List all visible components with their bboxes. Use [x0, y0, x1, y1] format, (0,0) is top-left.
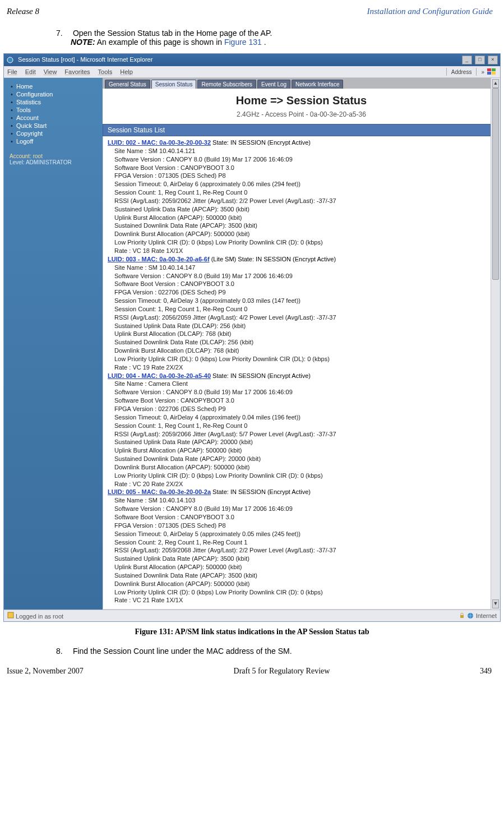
- scroll-up-icon[interactable]: ▲: [492, 79, 499, 88]
- scroll-down-icon[interactable]: ▼: [492, 599, 499, 608]
- footer-left: Issue 2, November 2007: [7, 667, 84, 676]
- session-state: State: IN SESSION (Encrypt Active): [212, 372, 311, 379]
- luid-link[interactable]: LUID: 002 - MAC: 0a-00-3e-20-00-32: [108, 139, 211, 146]
- session-entry: LUID: 003 - MAC: 0a-00-3e-20-a6-6f (Lite…: [108, 255, 495, 372]
- sidebar-item-quick-start[interactable]: Quick Start: [10, 122, 97, 130]
- session-detail-row: Rate : VC 21 Rate 1X/1X: [108, 596, 495, 604]
- sidebar-item-home[interactable]: Home: [10, 82, 97, 90]
- toolbar-arrows[interactable]: »: [481, 69, 484, 75]
- session-entries: LUID: 002 - MAC: 0a-00-3e-20-00-32 State…: [103, 136, 500, 610]
- sidebar-item-configuration[interactable]: Configuration: [10, 90, 97, 98]
- running-header: Release 8 Installation and Configuration…: [0, 0, 504, 20]
- session-detail-row: Sustained Uplink Data Rate (DLCAP): 256 …: [108, 322, 495, 330]
- sidebar-item-account[interactable]: Account: [10, 114, 97, 122]
- status-icon: [7, 612, 14, 619]
- menu-edit[interactable]: Edit: [25, 68, 36, 75]
- svg-rect-3: [487, 72, 491, 75]
- session-detail-row: Sustained Downlink Data Rate (APCAP): 35…: [108, 571, 495, 580]
- session-detail-row: Uplink Burst Allocation (APCAP): 500000 …: [108, 446, 495, 455]
- footer-mid: Draft 5 for Regulatory Review: [234, 667, 330, 676]
- session-detail-row: Software Version : CANOPY 8.0 (Build 19)…: [108, 505, 495, 513]
- tab-general-status[interactable]: General Status: [105, 80, 150, 89]
- session-detail-row: Sustained Uplink Data Rate (APCAP): 3500…: [108, 555, 495, 563]
- session-detail-row: RSSI (Avg/Last): 2059/2068 Jitter (Avg/L…: [108, 546, 495, 555]
- session-detail-row: Sustained Uplink Data Rate (APCAP): 3500…: [108, 205, 495, 214]
- header-right: Installation and Configuration Guide: [367, 7, 493, 16]
- note-text: An example of this page is shown in: [97, 38, 224, 47]
- list-header: Session Status List: [103, 124, 500, 136]
- sidebar-item-logoff[interactable]: Logoff: [10, 137, 97, 145]
- session-detail-row: FPGA Version : 022706 (DES Sched) P9: [108, 405, 495, 413]
- session-detail-row: Downlink Burst Allocation (APCAP): 50000…: [108, 463, 495, 472]
- session-entry: LUID: 004 - MAC: 0a-00-3e-20-a5-40 State…: [108, 372, 495, 488]
- figure-link[interactable]: Figure 131: [224, 38, 262, 47]
- session-detail-row: Downlink Burst Allocation (DLCAP): 768 (…: [108, 347, 495, 355]
- status-right: Internet: [476, 612, 497, 619]
- window-title: Session Status [root] - Microsoft Intern…: [18, 56, 152, 63]
- session-detail-row: Session Count: 1, Reg Count 1, Re-Reg Co…: [108, 188, 495, 197]
- session-detail-row: Session Timeout: 0, AirDelay 5 (approxim…: [108, 530, 495, 538]
- account-label: Account: root: [4, 153, 103, 159]
- svg-rect-6: [460, 615, 464, 618]
- session-detail-row: FPGA Version : 071305 (DES Sched) P8: [108, 522, 495, 530]
- session-detail-row: Rate : VC 18 Rate 1X/1X: [108, 247, 495, 255]
- svg-rect-2: [492, 68, 496, 71]
- session-detail-row: Software Version : CANOPY 8.0 (Build 19)…: [108, 272, 495, 280]
- titlebar: Session Status [root] - Microsoft Intern…: [4, 54, 500, 66]
- tab-network-interface[interactable]: Network Interface: [292, 80, 343, 89]
- sidebar-item-statistics[interactable]: Statistics: [10, 98, 97, 106]
- minimize-button[interactable]: _: [462, 56, 472, 64]
- session-detail-row: Session Count: 1, Reg Count 1, Re-Reg Co…: [108, 305, 495, 313]
- menu-file[interactable]: File: [7, 68, 17, 75]
- session-detail-row: Sustained Uplink Data Rate (APCAP): 2000…: [108, 438, 495, 446]
- menu-view[interactable]: View: [44, 68, 57, 75]
- tab-session-status[interactable]: Session Status: [151, 80, 197, 89]
- close-button[interactable]: ×: [488, 56, 498, 64]
- session-detail-row: FPGA Version : 071305 (DES Sched) P8: [108, 172, 495, 180]
- note-suffix: .: [264, 38, 266, 47]
- status-bar: Logged in as root Internet: [4, 610, 500, 621]
- step-8: 8. Find the Session Count line under the…: [56, 647, 482, 656]
- session-detail-row: Software Version : CANOPY 8.0 (Build 19)…: [108, 388, 495, 396]
- maximize-button[interactable]: □: [475, 56, 485, 64]
- luid-link[interactable]: LUID: 005 - MAC: 0a-00-3e-20-00-2a: [108, 488, 211, 495]
- menu-tools[interactable]: Tools: [98, 68, 113, 75]
- menu-favorites[interactable]: Favorites: [64, 68, 90, 75]
- sidebar-item-tools[interactable]: Tools: [10, 106, 97, 114]
- running-footer: Issue 2, November 2007 Draft 5 for Regul…: [0, 662, 504, 684]
- sidebar: HomeConfigurationStatisticsToolsAccountQ…: [4, 78, 103, 610]
- session-detail-row: Software Version : CANOPY 8.0 (Build 19)…: [108, 155, 495, 164]
- scrollbar[interactable]: ▲ ▼: [491, 78, 500, 610]
- session-detail-row: Site Name : SM 10.40.14.121: [108, 147, 495, 155]
- session-entry: LUID: 005 - MAC: 0a-00-3e-20-00-2a State…: [108, 488, 495, 604]
- session-state: State: IN SESSION (Encrypt Active): [212, 488, 311, 495]
- luid-link[interactable]: LUID: 004 - MAC: 0a-00-3e-20-a5-40: [108, 372, 211, 379]
- main-content: General StatusSession StatusRemote Subsc…: [103, 78, 500, 610]
- header-left: Release 8: [7, 7, 39, 16]
- tab-event-log[interactable]: Event Log: [257, 80, 290, 89]
- session-detail-row: Site Name : SM 10.40.14.103: [108, 496, 495, 505]
- scroll-thumb[interactable]: [492, 88, 499, 280]
- window-controls[interactable]: _ □ ×: [461, 56, 498, 64]
- session-detail-row: Downlink Burst Allocation (APCAP): 50000…: [108, 230, 495, 238]
- address-label: Address: [451, 69, 472, 75]
- sidebar-item-copyright[interactable]: Copyright: [10, 130, 97, 137]
- session-detail-row: Low Priority Uplink CIR (DL): 0 (kbps) L…: [108, 355, 495, 363]
- level-label: Level: ADMINISTRATOR: [4, 159, 103, 165]
- step-text: Open the Session Status tab in the Home …: [73, 29, 272, 38]
- session-detail-row: Uplink Burst Allocation (DLCAP): 768 (kb…: [108, 330, 495, 338]
- session-detail-row: Uplink Burst Allocation (APCAP): 500000 …: [108, 563, 495, 571]
- luid-link[interactable]: LUID: 003 - MAC: 0a-00-3e-20-a6-6f: [108, 256, 210, 262]
- tab-remote-subscribers[interactable]: Remote Subscribers: [197, 80, 256, 89]
- menu-help[interactable]: Help: [120, 68, 133, 75]
- session-detail-row: Sustained Downlink Data Rate (APCAP): 20…: [108, 455, 495, 463]
- lock-icon: [459, 613, 465, 619]
- svg-rect-5: [8, 612, 13, 618]
- globe-icon: [467, 612, 474, 619]
- session-detail-row: Session Count: 2, Reg Count 1, Re-Reg Co…: [108, 538, 495, 547]
- session-detail-row: Site Name : Camera Client: [108, 380, 495, 388]
- session-entry: LUID: 002 - MAC: 0a-00-3e-20-00-32 State…: [108, 139, 495, 255]
- session-state: State: IN SESSION (Encrypt Active): [212, 139, 311, 146]
- svg-point-0: [7, 57, 13, 63]
- status-left: Logged in as root: [16, 613, 63, 620]
